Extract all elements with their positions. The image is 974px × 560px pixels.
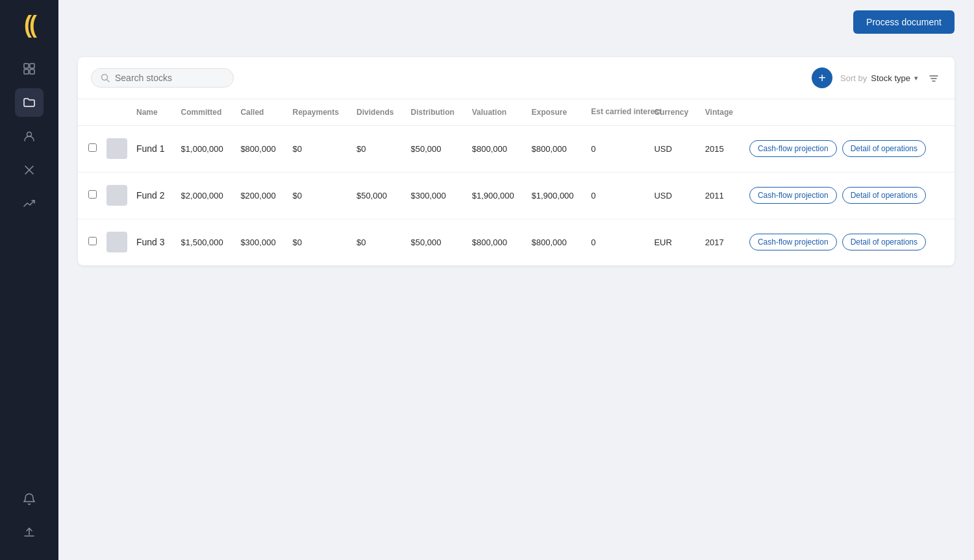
row-checkbox[interactable]	[88, 143, 97, 152]
th-dividends: Dividends	[350, 99, 404, 126]
cashflow-projection-button[interactable]: Cash-flow projection	[749, 187, 837, 204]
sidebar-item-analytics[interactable]	[15, 189, 44, 218]
filter-button[interactable]	[926, 69, 942, 86]
th-called: Called	[234, 99, 286, 126]
row-est-carried: 0	[584, 172, 647, 219]
th-actions	[743, 99, 955, 126]
sidebar: ((	[0, 0, 58, 560]
svg-rect-0	[24, 64, 29, 68]
th-distribution: Distribution	[405, 99, 466, 126]
sort-value[interactable]: Stock type	[871, 73, 910, 83]
search-input[interactable]	[115, 73, 224, 83]
top-bar: Process document	[58, 0, 974, 44]
row-called: $800,000	[234, 125, 286, 172]
th-committed: Committed	[175, 99, 234, 126]
row-distribution: $50,000	[405, 219, 466, 265]
row-vintage: 2011	[699, 172, 743, 219]
row-exposure: $1,900,000	[525, 172, 585, 219]
th-vintage: Vintage	[699, 99, 743, 126]
add-button[interactable]: +	[812, 67, 832, 88]
cashflow-projection-button[interactable]: Cash-flow projection	[749, 140, 837, 157]
chevron-down-icon[interactable]: ▾	[914, 74, 918, 82]
sidebar-item-dashboard[interactable]	[15, 55, 44, 83]
row-valuation: $800,000	[466, 125, 525, 172]
detail-operations-button[interactable]: Detail of operations	[842, 187, 926, 204]
row-called: $200,000	[234, 172, 286, 219]
table-row: Fund 1 $1,000,000 $800,000 $0 $0 $50,000…	[78, 125, 955, 172]
row-currency: EUR	[647, 219, 698, 265]
fund-avatar	[106, 185, 127, 206]
row-currency: USD	[647, 172, 698, 219]
detail-operations-button[interactable]: Detail of operations	[842, 140, 926, 157]
row-committed: $1,000,000	[175, 125, 234, 172]
row-distribution: $50,000	[405, 125, 466, 172]
fund-name: Fund 3	[136, 237, 165, 247]
th-repayments: Repayments	[286, 99, 350, 126]
row-repayments: $0	[286, 125, 350, 172]
table-header-row: Name Committed Called Repayments Dividen…	[78, 99, 955, 126]
sidebar-item-folder[interactable]	[15, 88, 44, 117]
search-icon	[101, 73, 110, 82]
process-document-button[interactable]: Process document	[853, 10, 955, 34]
svg-rect-2	[24, 69, 29, 74]
row-valuation: $800,000	[466, 219, 525, 265]
row-name-cell: Fund 2	[130, 172, 175, 219]
row-exposure: $800,000	[525, 219, 585, 265]
row-repayments: $0	[286, 172, 350, 219]
th-checkbox	[78, 99, 104, 126]
row-avatar-cell	[104, 125, 130, 172]
detail-operations-button[interactable]: Detail of operations	[842, 234, 926, 250]
row-dividends: $0	[350, 219, 404, 265]
fund-avatar	[106, 232, 127, 252]
row-committed: $2,000,000	[175, 172, 234, 219]
th-avatar	[104, 99, 130, 126]
row-actions: Cash-flow projection Detail of operation…	[743, 125, 955, 172]
row-committed: $1,500,000	[175, 219, 234, 265]
table-row: Fund 3 $1,500,000 $300,000 $0 $0 $50,000…	[78, 219, 955, 265]
sort-area: Sort by Stock type ▾	[840, 73, 918, 83]
th-valuation: Valuation	[466, 99, 525, 126]
row-est-carried: 0	[584, 125, 647, 172]
row-exposure: $800,000	[525, 125, 585, 172]
row-avatar-cell	[104, 172, 130, 219]
row-vintage: 2017	[699, 219, 743, 265]
sidebar-item-notifications[interactable]	[15, 485, 44, 513]
th-exposure: Exposure	[525, 99, 585, 126]
row-repayments: $0	[286, 219, 350, 265]
search-wrapper[interactable]	[91, 68, 234, 88]
row-distribution: $300,000	[405, 172, 466, 219]
row-vintage: 2015	[699, 125, 743, 172]
fund-name: Fund 2	[136, 190, 165, 201]
funds-table: Name Committed Called Repayments Dividen…	[78, 99, 955, 265]
row-valuation: $1,900,000	[466, 172, 525, 219]
cashflow-projection-button[interactable]: Cash-flow projection	[749, 234, 837, 250]
fund-avatar	[106, 138, 127, 159]
sidebar-item-tools[interactable]	[15, 156, 44, 184]
content-area: + Sort by Stock type ▾	[58, 44, 974, 560]
right-controls: + Sort by Stock type ▾	[812, 67, 942, 88]
row-checkbox-cell	[78, 172, 104, 219]
row-checkbox[interactable]	[88, 237, 97, 245]
sidebar-item-upload[interactable]	[15, 518, 44, 547]
sidebar-item-users[interactable]	[15, 122, 44, 151]
row-actions: Cash-flow projection Detail of operation…	[743, 172, 955, 219]
sort-label: Sort by	[840, 73, 867, 83]
row-dividends: $0	[350, 125, 404, 172]
row-name-cell: Fund 3	[130, 219, 175, 265]
row-checkbox[interactable]	[88, 190, 97, 199]
app-logo: ((	[24, 13, 34, 36]
svg-rect-1	[30, 64, 34, 68]
funds-table-container: + Sort by Stock type ▾	[78, 57, 955, 265]
row-avatar-cell	[104, 219, 130, 265]
row-currency: USD	[647, 125, 698, 172]
row-checkbox-cell	[78, 125, 104, 172]
row-dividends: $50,000	[350, 172, 404, 219]
table-row: Fund 2 $2,000,000 $200,000 $0 $50,000 $3…	[78, 172, 955, 219]
row-called: $300,000	[234, 219, 286, 265]
fund-name: Fund 1	[136, 143, 165, 154]
row-checkbox-cell	[78, 219, 104, 265]
row-est-carried: 0	[584, 219, 647, 265]
th-est-carried: Est carried interest	[584, 99, 647, 126]
svg-line-8	[107, 80, 110, 82]
svg-rect-3	[30, 69, 34, 74]
